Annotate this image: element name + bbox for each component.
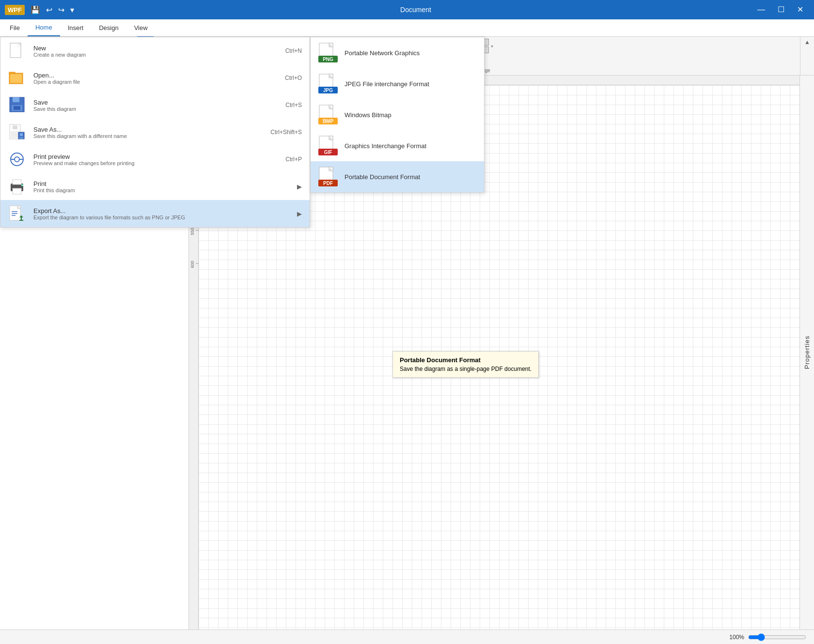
menu-insert[interactable]: Insert [60, 19, 92, 36]
zoom-label: 100% [729, 634, 744, 641]
properties-panel: Properties [799, 76, 814, 629]
file-open[interactable]: Open... Open a diagram file Ctrl+O [0, 64, 310, 92]
svg-text:JPG: JPG [323, 88, 333, 93]
jpg-icon: JPG [318, 73, 338, 94]
pdf-icon: PDF [318, 166, 338, 187]
save-quick-btn[interactable]: 💾 [29, 4, 42, 15]
export-icon [8, 205, 26, 222]
png-icon: PNG [318, 42, 338, 63]
close-btn[interactable]: ✕ [791, 4, 809, 15]
export-pdf[interactable]: PDF Portable Document Format [311, 161, 484, 192]
menu-home[interactable]: Home [28, 19, 60, 36]
file-export[interactable]: Export As... Export the diagram to vario… [0, 200, 310, 227]
print-preview-icon [8, 151, 26, 168]
svg-rect-55 [11, 131, 18, 138]
file-print[interactable]: Print Print this diagram ▶ [0, 173, 310, 200]
export-text: Export As... Export the diagram to vario… [33, 207, 285, 220]
svg-text:GIF: GIF [324, 150, 332, 155]
svg-rect-54 [13, 125, 17, 129]
file-new[interactable]: New Create a new diagram Ctrl+N [0, 37, 310, 64]
bmp-label: Windows Bitmap [344, 111, 391, 119]
export-submenu: PNG Portable Network Graphics JPG JPEG F… [310, 37, 485, 193]
svg-rect-58 [19, 137, 23, 139]
pdf-tooltip: Portable Document Format Save the diagra… [392, 351, 539, 378]
maximize-btn[interactable]: ☐ [772, 4, 790, 15]
svg-rect-47 [9, 72, 15, 74]
svg-text:550: 550 [190, 228, 195, 235]
svg-text:600: 600 [190, 261, 195, 268]
export-gif[interactable]: GIF Graphics Interchange Format [311, 130, 484, 161]
window-title: Document [80, 6, 751, 14]
png-label: Portable Network Graphics [344, 49, 420, 57]
export-png[interactable]: PNG Portable Network Graphics [311, 37, 484, 68]
minimize-btn[interactable]: — [751, 4, 771, 15]
file-save[interactable]: Save Save this diagram Ctrl+S [0, 92, 310, 119]
svg-text:PNG: PNG [323, 57, 333, 62]
new-text: New Create a new diagram [33, 45, 278, 58]
svg-rect-50 [13, 97, 19, 102]
arrange-collapse-btn[interactable]: ▲ [804, 39, 810, 46]
file-save-as[interactable]: Save As... Save this diagram with a diff… [0, 119, 310, 146]
svg-rect-64 [13, 180, 21, 184]
svg-text:BMP: BMP [323, 119, 334, 124]
wpf-logo: WPF [5, 5, 25, 15]
svg-rect-48 [10, 74, 22, 83]
save-as-icon [8, 123, 26, 141]
dropdown-btn[interactable]: ▾ [68, 4, 76, 15]
file-print-preview[interactable]: Print preview Preview and make changes b… [0, 146, 310, 173]
open-icon [8, 69, 26, 87]
svg-rect-52 [14, 106, 20, 110]
quick-access-toolbar: 💾 ↩ ↪ ▾ [29, 4, 76, 15]
open-text: Open... Open a diagram file [33, 72, 277, 85]
save-text: Save Save this diagram [33, 99, 278, 112]
redo-btn[interactable]: ↪ [56, 4, 66, 15]
export-bmp[interactable]: BMP Windows Bitmap [311, 99, 484, 130]
bmp-icon: BMP [318, 104, 338, 125]
svg-rect-65 [13, 188, 21, 194]
pdf-label: Portable Document Format [344, 173, 420, 181]
print-preview-text: Print preview Preview and make changes b… [33, 153, 278, 166]
svg-text:PDF: PDF [323, 181, 333, 186]
title-bar: WPF 💾 ↩ ↪ ▾ Document — ☐ ✕ [0, 0, 814, 19]
menu-bar: File Home Insert Design View [0, 19, 814, 37]
svg-point-60 [15, 157, 19, 162]
zoom-slider[interactable] [748, 633, 806, 641]
svg-rect-57 [20, 133, 23, 136]
export-jpg[interactable]: JPG JPEG File interchange Format [311, 68, 484, 99]
new-icon [8, 42, 26, 60]
file-dropdown: New Create a new diagram Ctrl+N Open... … [0, 37, 310, 228]
window-controls[interactable]: — ☐ ✕ [751, 4, 809, 15]
save-icon [8, 96, 26, 114]
pdf-tooltip-title: Portable Document Format [400, 356, 532, 364]
print-icon [8, 178, 26, 195]
print-text: Print Print this diagram [33, 180, 285, 193]
menu-design[interactable]: Design [91, 19, 126, 36]
menu-view[interactable]: View [126, 19, 156, 36]
undo-btn[interactable]: ↩ [44, 4, 54, 15]
menu-file[interactable]: File [2, 19, 28, 36]
gif-icon: GIF [318, 135, 338, 156]
pdf-tooltip-text: Save the diagram as a single-page PDF do… [400, 366, 532, 372]
svg-rect-66 [21, 184, 23, 186]
properties-label: Properties [803, 336, 811, 369]
gif-label: Graphics Interchange Format [344, 142, 426, 150]
save-as-text: Save As... Save this diagram with a diff… [33, 126, 263, 139]
status-bar: 100% [0, 629, 814, 644]
jpg-label: JPEG File interchange Format [344, 80, 429, 88]
